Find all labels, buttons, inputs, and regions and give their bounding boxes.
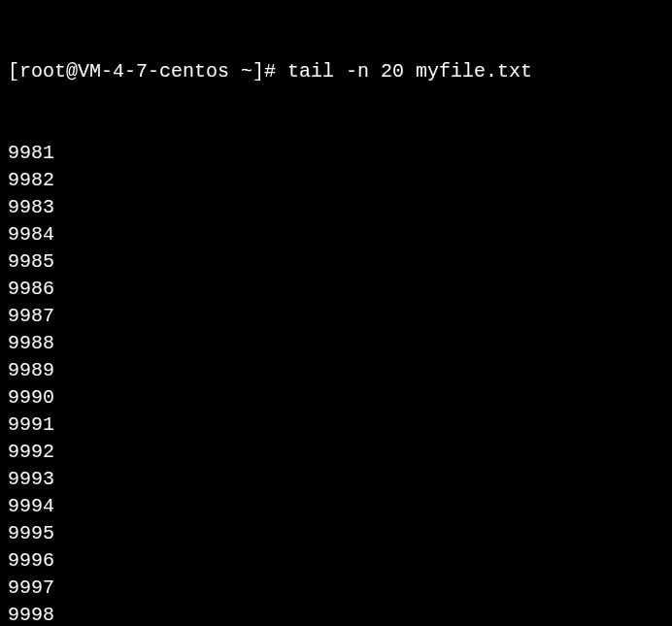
output-line: 9997 [8, 575, 664, 602]
command-line: [root@VM-4-7-centos ~]# tail -n 20 myfil… [8, 58, 664, 85]
output-line: 9989 [8, 357, 664, 384]
output-line: 9984 [8, 221, 664, 248]
output-line: 9995 [8, 520, 664, 547]
output-line: 9985 [8, 248, 664, 276]
output-line: 9986 [8, 276, 664, 303]
output-line: 9990 [8, 384, 664, 412]
terminal-window[interactable]: [root@VM-4-7-centos ~]# tail -n 20 myfil… [8, 4, 664, 626]
output-line: 9981 [8, 140, 664, 167]
output-line: 9994 [8, 493, 664, 520]
output-line: 9998 [8, 602, 664, 626]
output-line: 9991 [8, 412, 664, 439]
output-line: 9992 [8, 439, 664, 466]
output-line: 9996 [8, 547, 664, 575]
output-line: 9983 [8, 194, 664, 221]
command-output: 9981998299839984998599869987998899899990… [8, 140, 664, 626]
command-text: tail -n 20 myfile.txt [287, 58, 532, 85]
output-line: 9993 [8, 466, 664, 493]
output-line: 9988 [8, 330, 664, 357]
output-line: 9987 [8, 303, 664, 330]
output-line: 9982 [8, 167, 664, 194]
shell-prompt: [root@VM-4-7-centos ~]# [8, 58, 276, 85]
